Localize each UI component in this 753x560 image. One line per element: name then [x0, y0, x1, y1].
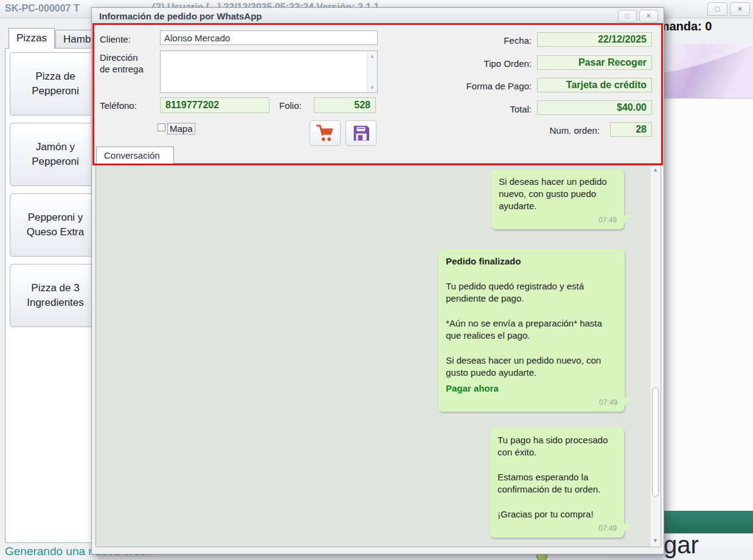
product-button-pizza-3-ingredientes[interactable]: Pizza de 3 Ingredientes	[10, 264, 101, 327]
message-text: Si deseas hacer un pedido nuevo, con gus…	[446, 354, 617, 379]
product-button-pizza-pepperoni[interactable]: Pizza de Pepperoni	[10, 52, 101, 116]
pagar-ahora-link[interactable]: Pagar ahora	[446, 382, 617, 395]
dialog-title: Información de pedido por WhatsApp	[99, 11, 262, 21]
product-button-jamon-pepperoni[interactable]: Jamón y Pepperoni	[10, 123, 101, 186]
background-restore-button[interactable]: □	[707, 2, 727, 16]
folio-field[interactable]	[314, 97, 376, 113]
scroll-up-icon[interactable]: ▲	[367, 53, 377, 59]
fecha-field[interactable]	[537, 32, 652, 47]
tab-conversacion[interactable]: Conversación	[96, 147, 174, 164]
mapa-checkbox-label[interactable]: Mapa	[167, 123, 195, 134]
dialog-titlebar[interactable]: Información de pedido por WhatsApp □ ×	[92, 8, 664, 25]
message-text: Estamos esperando la confirmación de tu …	[498, 471, 617, 496]
tipo-orden-field[interactable]	[537, 55, 652, 70]
message-time: 07:49	[499, 214, 617, 226]
forma-pago-label: Forma de Pago:	[414, 81, 532, 91]
fecha-label: Fecha:	[414, 35, 532, 46]
close-icon: ×	[738, 4, 743, 13]
chat-message: Pedido finalizado Tu pedido quedó regist…	[439, 249, 625, 412]
direccion-label-line2: de entrega	[100, 64, 144, 74]
tab-pizzas[interactable]: Pizzas	[9, 28, 55, 49]
telefono-field[interactable]	[160, 97, 269, 113]
direccion-textarea[interactable]	[161, 51, 366, 91]
chat-message: Tu pago ha sido procesado con éxito. Est…	[490, 428, 624, 538]
dialog-maximize-button[interactable]: □	[618, 10, 637, 22]
direccion-label-line1: Dirección	[100, 52, 138, 63]
forma-pago-field[interactable]	[537, 78, 652, 92]
mapa-checkbox[interactable]	[158, 123, 165, 131]
maximize-icon: □	[625, 12, 630, 20]
product-button-pepperoni-queso[interactable]: Pepperoni y Queso Extra	[10, 193, 101, 257]
direccion-scrollbar[interactable]: ▲ ▼	[367, 51, 377, 92]
conversation-panel: Si deseas hacer un pedido nuevo, con gus…	[95, 163, 661, 547]
dialog-close-button[interactable]: ×	[639, 10, 658, 22]
close-icon: ×	[647, 12, 651, 20]
chat-scrollbar[interactable]: ▲ ▼	[650, 164, 661, 547]
folio-label: Folio:	[279, 100, 302, 111]
message-text: ¡Gracias por tu compra!	[498, 508, 617, 520]
background-close-button[interactable]: ×	[730, 2, 750, 16]
save-button[interactable]	[345, 120, 376, 146]
scroll-down-icon[interactable]: ▼	[650, 538, 661, 544]
cart-button[interactable]	[310, 120, 341, 146]
tab-label: Conversación	[104, 150, 160, 161]
scrollbar-thumb[interactable]	[652, 387, 659, 497]
cliente-label: Cliente:	[100, 34, 131, 44]
message-text: Tu pago ha sido procesado con éxito.	[498, 434, 617, 458]
message-text: Si deseas hacer un pedido nuevo, con gus…	[499, 176, 617, 212]
chat-message: Si deseas hacer un pedido nuevo, con gus…	[491, 170, 624, 229]
background-window-title: SK-PC-000007 T	[5, 3, 80, 14]
message-title: Pedido finalizado	[446, 255, 617, 268]
total-label: Total:	[414, 104, 532, 114]
tab-label: Pizzas	[16, 32, 47, 44]
shopping-cart-icon	[315, 124, 336, 142]
direccion-textarea-wrap: ▲ ▼	[160, 50, 378, 93]
message-text: Tu pedido quedó registrado y está pendie…	[446, 280, 617, 305]
tipo-orden-label: Tipo Orden:	[414, 58, 532, 69]
scroll-down-icon[interactable]: ▼	[367, 85, 377, 91]
whatsapp-order-dialog: Información de pedido por WhatsApp □ × C…	[91, 7, 664, 555]
restore-icon: □	[715, 4, 720, 13]
message-time: 07:49	[446, 396, 617, 409]
total-field[interactable]	[537, 100, 652, 115]
num-orden-label: Num. orden:	[518, 125, 600, 136]
telefono-label: Teléfono:	[100, 100, 137, 111]
num-orden-field[interactable]	[610, 122, 652, 137]
message-text: *Aún no se envía a preparación* hasta qu…	[446, 317, 617, 342]
scroll-up-icon[interactable]: ▲	[650, 167, 661, 173]
floppy-disk-icon	[352, 124, 370, 142]
cliente-input[interactable]	[160, 30, 378, 45]
message-time: 07:49	[498, 522, 617, 534]
